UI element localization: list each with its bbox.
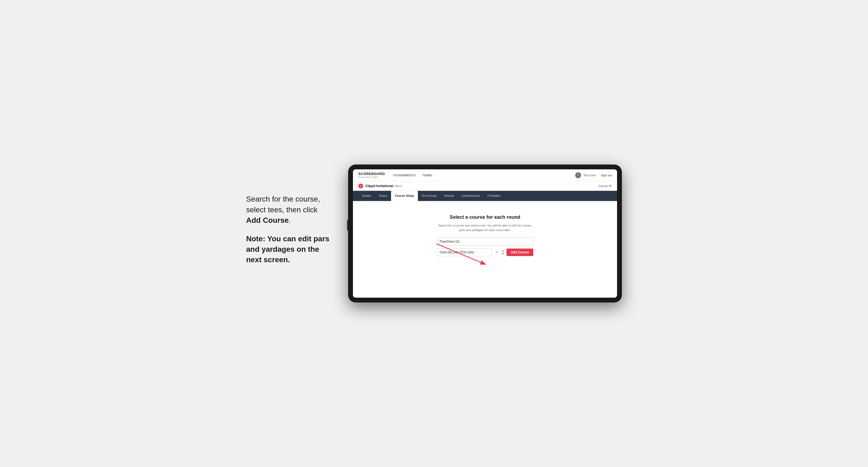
sign-out-link[interactable]: Sign out — [601, 174, 612, 177]
tab-details[interactable]: Details — [358, 191, 375, 201]
nav-pipe: | — [598, 174, 599, 177]
main-content: Select a course for each round Search fo… — [353, 201, 617, 298]
cancel-icon: ✕ — [609, 184, 612, 188]
tab-results[interactable]: Results — [440, 191, 458, 201]
nav-right: T Test User | Sign out — [575, 172, 612, 178]
tab-course-setup[interactable]: Course Setup — [391, 191, 418, 201]
tee-row: Gold (M) (M) (7010 yds) ✕ ▲ ▼ Add Course — [437, 248, 533, 256]
brand-sub: Powered by clippd — [358, 176, 385, 179]
nav-tournaments[interactable]: TOURNAMENTS — [393, 173, 416, 178]
brand-title: SCOREBOARD — [358, 172, 385, 176]
course-card-desc: Search for a course and select a tee. Yo… — [437, 223, 533, 232]
add-course-button[interactable]: Add Course — [506, 249, 533, 256]
tournament-name: Clippd Invitational — [365, 184, 393, 188]
brand: SCOREBOARD Powered by clippd — [358, 172, 385, 179]
course-card: Select a course for each round Search fo… — [437, 214, 533, 256]
tournament-header: C Clippd Invitational (Men) Cancel ✕ — [353, 181, 617, 191]
tab-leaderboards[interactable]: Leaderboards — [458, 191, 484, 201]
user-avatar: T — [575, 172, 581, 178]
tablet-side-button — [347, 220, 348, 230]
top-nav: SCOREBOARD Powered by clippd TOURNAMENTS… — [353, 169, 617, 181]
course-card-title: Select a course for each round — [437, 214, 533, 220]
nav-teams[interactable]: TEAMS — [422, 173, 432, 178]
tee-select[interactable]: Gold (M) (M) (7010 yds) — [437, 248, 492, 256]
tablet-screen: SCOREBOARD Powered by clippd TOURNAMENTS… — [353, 169, 617, 298]
course-search-input[interactable] — [437, 238, 533, 246]
tablet-frame: SCOREBOARD Powered by clippd TOURNAMENTS… — [348, 164, 622, 303]
annotation-block: Search for the course, select tees, then… — [246, 194, 332, 273]
tee-down-button[interactable]: ▼ — [502, 253, 504, 255]
tee-up-button[interactable]: ▲ — [502, 249, 504, 252]
nav-links: TOURNAMENTS TEAMS — [393, 173, 575, 178]
cancel-button[interactable]: Cancel ✕ — [598, 184, 612, 188]
tee-clear-button[interactable]: ✕ — [494, 250, 499, 254]
tee-stepper: ▲ ▼ — [502, 249, 504, 255]
annotation-bold2: Note: You can edit pars and yardages on … — [246, 235, 329, 264]
tab-bar: Details Teams Course Setup Tee Groups Re… — [353, 191, 617, 201]
annotation-line2: Note: You can edit pars and yardages on … — [246, 234, 332, 265]
tournament-icon: C — [358, 184, 363, 188]
page-layout: Search for the course, select tees, then… — [246, 164, 622, 303]
annotation-bold1: Add Course — [246, 216, 289, 224]
user-name: Test User — [583, 174, 596, 177]
tab-tee-groups[interactable]: Tee Groups — [418, 191, 441, 201]
tab-teams[interactable]: Teams — [375, 191, 391, 201]
tab-printables[interactable]: Printables — [484, 191, 504, 201]
annotation-line1: Search for the course, select tees, then… — [246, 194, 332, 225]
tournament-gender: (Men) — [394, 184, 402, 188]
